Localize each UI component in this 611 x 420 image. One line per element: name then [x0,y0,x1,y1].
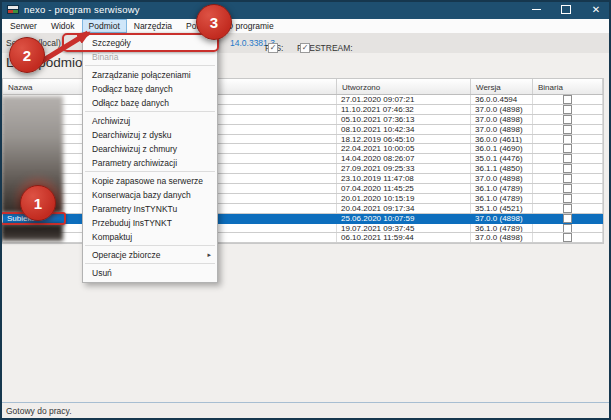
menubar-item-narzędzia[interactable]: Narzędzia [127,19,179,33]
menu-item-kompaktuj[interactable]: Kompaktuj [83,230,217,244]
annotation-badge-2: 2 [9,37,45,73]
cell-binaria [533,115,603,124]
binaria-checkbox[interactable] [563,144,572,153]
binaria-checkbox[interactable] [563,214,572,223]
podmiot-menu: SzczegółyBinariaZarządzanie połączeniami… [82,33,218,283]
menu-item-dearchiwizuj-z-dysku[interactable]: Dearchiwizuj z dysku [83,128,217,142]
binaria-checkbox[interactable] [563,204,572,213]
cell-version: 36.1.0 (4789) [471,184,533,193]
cell-binaria [533,164,603,173]
binaria-checkbox[interactable] [563,233,572,242]
cell-version: 37.0.0 (4898) [471,105,533,114]
close-icon: ✕ [592,5,600,15]
cell-binaria [533,125,603,134]
cell-binaria [533,233,603,242]
filestream-checkbox[interactable]: ✓ [300,43,310,53]
menubar-item-widok[interactable]: Widok [44,19,82,33]
binaria-checkbox[interactable] [563,95,572,104]
menu-item-binaria[interactable]: Binaria [83,50,217,64]
cell-created: 19.07.2021 09:37:45 [337,224,471,233]
menu-item-archiwizuj[interactable]: Archiwizuj [83,114,217,128]
annotation-box-szczegoly [62,33,219,52]
minimize-icon [532,9,541,10]
menu-item-dearchiwizuj-z-chmury[interactable]: Dearchiwizuj z chmury [83,142,217,156]
binaria-checkbox[interactable] [563,125,572,134]
blurred-names-region-lower [1,224,63,241]
cell-created: 07.04.2020 11:45:25 [337,184,471,193]
menu-separator [85,245,215,246]
cell-created: 20.04.2021 09:17:34 [337,204,471,213]
cell-binaria [533,204,603,213]
binaria-checkbox[interactable] [563,115,572,124]
column-header-utworzono[interactable]: Utworzono [337,79,471,94]
annotation-badge-3: 3 [196,4,232,40]
column-header-binaria[interactable]: Binaria [533,79,603,94]
cell-binaria [533,144,603,153]
cell-created: 11.10.2021 07:46:32 [337,105,471,114]
menu-item-odłącz-bazę-danych[interactable]: Odłącz bazę danych [83,96,217,110]
cell-version: 37.0.0 (4898) [471,233,533,242]
menu-separator [85,111,215,112]
cell-version: 36.1.1 (4850) [471,164,533,173]
maximize-button[interactable] [551,0,581,19]
minimize-button[interactable] [521,0,551,19]
menu-item-operacje-zbiorcze[interactable]: Operacje zbiorcze▸ [83,248,217,262]
menu-separator [85,171,215,172]
app-icon [7,5,19,14]
annotation-badge-1: 1 [20,185,56,221]
cell-version: 37.0.0 (4898) [471,115,533,124]
menu-item-kopie-zapasowe-na-serwerze[interactable]: Kopie zapasowe na serwerze [83,174,217,188]
menu-item-konserwacja-bazy-danych[interactable]: Konserwacja bazy danych [83,188,217,202]
cell-created: 05.10.2021 07:36:13 [337,115,471,124]
app-window: nexo - program serwisowy ✕ SerwerWidokPo… [0,0,611,420]
status-text: Gotowy do pracy. [6,406,72,416]
cell-binaria [533,184,603,193]
cell-version: 37.0.0 (4898) [471,214,533,223]
binaria-checkbox[interactable] [563,164,572,173]
maximize-icon [561,5,571,14]
cell-version: 37.0.0 (4898) [471,125,533,134]
menu-separator [85,263,215,264]
menu-bar: SerwerWidokPodmiotNarzędziaPomocO progra… [0,19,611,33]
cell-binaria [533,135,603,144]
cell-binaria [533,194,603,203]
submenu-arrow-icon: ▸ [207,248,211,262]
window-title: nexo - program serwisowy [24,4,140,15]
cell-binaria [533,214,603,223]
fts-checkbox[interactable]: ✓ [268,43,278,53]
cell-version: 37.0.0 (4898) [471,174,533,183]
menu-item-podłącz-bazę-danych[interactable]: Podłącz bazę danych [83,82,217,96]
menubar-item-serwer[interactable]: Serwer [3,19,44,33]
binaria-checkbox[interactable] [563,105,572,114]
binaria-checkbox[interactable] [563,184,572,193]
cell-created: 06.10.2021 11:59:44 [337,233,471,242]
cell-binaria [533,154,603,163]
cell-binaria [533,105,603,114]
cell-binaria [533,95,603,104]
binaria-checkbox[interactable] [563,194,572,203]
binaria-checkbox[interactable] [563,174,572,183]
cell-version: 36.0.0.4594 [471,95,533,104]
menu-separator [85,65,215,66]
cell-created: 25.06.2020 10:07:59 [337,214,471,223]
close-button[interactable]: ✕ [581,0,611,19]
menu-item-zarządzanie-połączeniami[interactable]: Zarządzanie połączeniami [83,68,217,82]
cell-binaria [533,174,603,183]
menu-item-przebuduj-instynkt[interactable]: Przebuduj InsTYNKT [83,216,217,230]
menubar-item-podmiot[interactable]: Podmiot [82,19,127,33]
cell-version: 36.0.0 (4611) [471,135,533,144]
menu-item-usuń[interactable]: Usuń [83,266,217,280]
window-controls: ✕ [521,0,611,19]
binaria-checkbox[interactable] [563,224,572,233]
cell-created: 08.10.2021 10:42:34 [337,125,471,134]
menu-item-parametry-instynktu[interactable]: Parametry InsTYNKTu [83,202,217,216]
cell-created: 27.01.2020 09:07:21 [337,95,471,104]
binaria-checkbox[interactable] [563,135,572,144]
binaria-checkbox[interactable] [563,154,572,163]
cell-created: 22.04.2021 10:00:05 [337,144,471,153]
status-bar: Gotowy do pracy. [0,402,611,418]
cell-binaria [533,224,603,233]
cell-created: 27.09.2021 09:25:33 [337,164,471,173]
menu-item-parametry-archiwizacji[interactable]: Parametry archiwizacji [83,156,217,170]
column-header-wersja[interactable]: Wersja [471,79,533,94]
